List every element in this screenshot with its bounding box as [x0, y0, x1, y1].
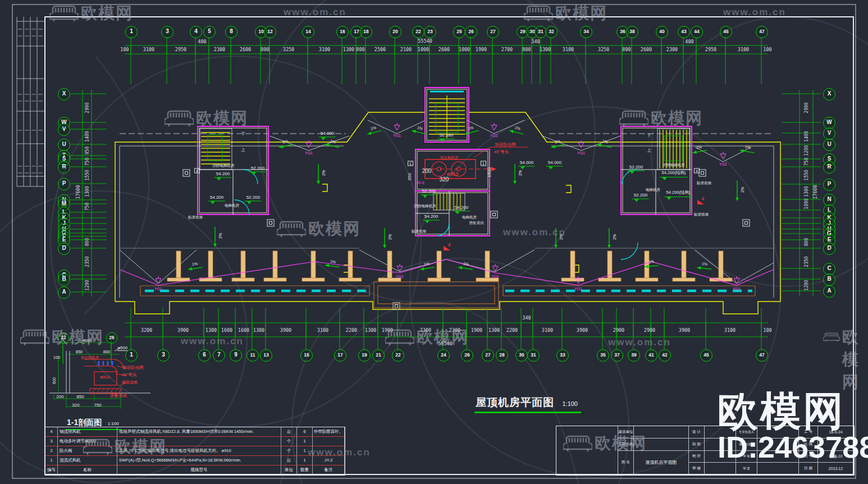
section-detail-drawing	[49, 340, 150, 409]
title-block-logo-cell	[556, 426, 618, 475]
table-cell: 常开,70°C关闭,输出电信号;接出电信号联锁风机关闭。 ø910	[117, 446, 281, 456]
table-header: 单位	[281, 465, 297, 475]
table-cell: 轴流排风机	[58, 427, 117, 437]
table-header: 备注	[313, 465, 345, 475]
table-cell: 1	[297, 446, 313, 456]
title-block-cell: 日 期	[799, 463, 818, 475]
table-cell: 台	[281, 456, 297, 465]
table-cell: 台	[281, 427, 297, 437]
site-watermark-number: ID:2463788	[718, 432, 868, 463]
plan-title: 屋顶机房平面图 1:100	[474, 395, 581, 413]
equipment-table: 4轴流排风机低噪声壁式轴流排风机:XBDZ2.8, 风量1650M3/H功率0.…	[45, 427, 345, 476]
section-title-scale: 1:100	[108, 421, 119, 426]
title-block-cell: 设 计	[689, 426, 705, 439]
eaves-brown	[140, 282, 755, 308]
table-cell: 3	[45, 437, 58, 446]
table-cell: 电动多叶调节阀500	[58, 437, 117, 446]
table-cell: 防火阀	[58, 446, 117, 456]
table-cell: 外带防雨百叶。	[313, 427, 345, 437]
core-center	[415, 147, 528, 236]
title-block-cell: 图 名	[618, 451, 634, 476]
plan-title-scale: 1:100	[562, 400, 578, 407]
title-block-cell	[705, 463, 736, 475]
site-watermark-brand: 欧模网	[718, 391, 868, 432]
table-cell: 2	[45, 446, 58, 456]
title-block-cell	[634, 439, 689, 451]
table-cell	[313, 437, 345, 446]
table-cell: JY-2	[313, 456, 345, 465]
table-cell: 低噪声壁式轴流排风机:XBDZ2.8, 风量1650M3/H功率0.06KW.1…	[117, 427, 281, 437]
table-cell: 4	[45, 427, 58, 437]
plan-title-text: 屋顶机房平面图	[476, 396, 554, 408]
title-block-cell: 工程名称	[618, 439, 634, 451]
table-cell: 混流式风机	[58, 456, 117, 465]
table-header: 数量	[297, 465, 313, 475]
title-block-cell: 审 核	[689, 463, 705, 475]
title-block-cell: 建设单位	[618, 426, 634, 439]
title-block-cell	[757, 463, 799, 475]
table-header: 编号	[45, 465, 58, 475]
table-cell: 6	[297, 427, 313, 437]
table-cell: 1	[45, 456, 58, 465]
table-cell: 个	[281, 437, 297, 446]
section-title-text: 1-1剖面图	[67, 418, 102, 427]
title-block-cell: 制 图	[689, 439, 705, 451]
table-header: 名称	[58, 465, 117, 475]
table-cell	[313, 446, 345, 456]
drawing-name-cell: 屋顶机房平面图	[634, 451, 689, 476]
cad-sheet: 1345810121416171820222325262729303132343…	[0, 0, 868, 484]
table-header: 规格型号	[117, 465, 281, 475]
site-watermark-id: 欧模网 ID:2463788	[718, 391, 868, 463]
axis-grid	[63, 37, 821, 364]
title-block-cell: 审 定	[736, 463, 757, 475]
title-block-cell: 2013.12	[818, 463, 854, 475]
core-right	[621, 126, 692, 259]
table-cell: 1	[297, 437, 313, 446]
title-block-cell: 校 对	[689, 451, 705, 463]
title-block-cell	[634, 426, 689, 439]
core-tower	[425, 88, 469, 142]
table-cell: 1	[297, 456, 313, 465]
table-cell	[117, 437, 281, 446]
table-cell: 个	[281, 446, 297, 456]
table-cell: SWF(A)-I型,No9,Q=56666M3/H,P全=644Pa,N=18.…	[117, 456, 281, 465]
